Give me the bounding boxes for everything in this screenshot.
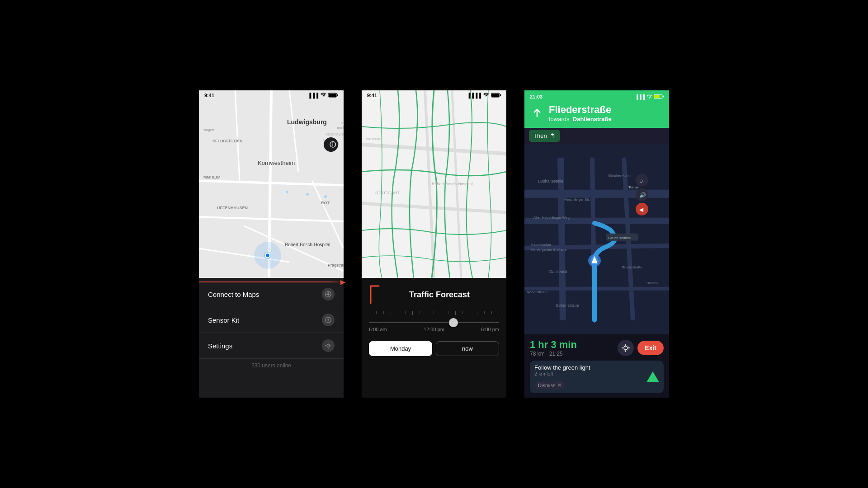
status-bar-2: 9:41 ▐▐▐▐ — [362, 90, 506, 100]
phone2-map[interactable]: 9:41 ▐▐▐▐ — [362, 90, 506, 278]
svg-text:ROT: ROT — [470, 121, 478, 125]
svg-text:◀: ◀ — [639, 206, 644, 213]
svg-text:Birkenstraße: Birkenstraße — [556, 303, 579, 308]
exit-button[interactable]: Exit — [637, 341, 664, 355]
svg-text:Günther Kuhn: Günther Kuhn — [608, 174, 631, 178]
sensor-icon — [322, 314, 335, 326]
svg-text:Robert-Bosch-Hospital: Robert-Bosch-Hospital — [432, 182, 473, 186]
green-triangle-icon — [646, 371, 659, 382]
destination: Dahlienstraße — [573, 116, 612, 122]
svg-point-43 — [328, 348, 329, 349]
svg-text:Ton an: Ton an — [628, 185, 639, 189]
nav-map[interactable]: Bushaltestelle Heuchlinger Str. Günther … — [524, 144, 669, 334]
red-corner-icon — [369, 285, 380, 304]
svg-rect-60 — [663, 95, 664, 97]
nav-bottom: 1 hr 3 min 78 km · 21:25 — [524, 334, 669, 398]
towards-text: towards Dahlienstraße — [549, 116, 664, 122]
nav-duration: 1 hr 3 min — [530, 339, 577, 351]
wifi-icon — [320, 93, 326, 98]
svg-text:Gleich schnell: Gleich schnell — [608, 236, 631, 240]
svg-point-42 — [328, 343, 329, 343]
settings-label: Settings — [208, 342, 232, 350]
status-icons-3: ▐▐▐ — [635, 94, 664, 100]
signal-icon: ▐▐▐ — [308, 93, 318, 98]
svg-text:Robert-Bosch-Hospital: Robert-Bosch-Hospital — [285, 242, 330, 247]
svg-point-13 — [324, 195, 327, 198]
phone3: 21:03 ▐▐▐ Fliederstraße tow — [524, 90, 669, 398]
settings-icon — [322, 339, 335, 352]
now-button[interactable]: now — [436, 341, 499, 356]
towards-label: towards — [549, 116, 570, 122]
svg-text:MMHEIM: MMHEIM — [203, 175, 221, 179]
svg-text:🔊: 🔊 — [639, 192, 646, 198]
nav-action-buttons: Exit — [618, 340, 664, 356]
street-name: Fliederstraße — [549, 104, 664, 116]
svg-text:ⓘ: ⓘ — [330, 141, 336, 148]
map2-svg: STUTTGART Robert-Bosch-Hospital ROT muse… — [362, 90, 506, 278]
dismiss-label: Dismiss — [538, 383, 556, 388]
time-label-3: 6:00 pm — [481, 327, 499, 332]
slider-container[interactable]: 6:00 am 12:00 pm 6:00 pm — [369, 311, 499, 332]
battery-icon-3 — [654, 94, 664, 100]
phone1: 9:41 ▐▐▐ — [199, 90, 344, 398]
svg-text:Alter Heuchlinger Weg: Alter Heuchlinger Weg — [533, 216, 570, 220]
svg-text:NECKARWE...: NECKARWE... — [326, 133, 344, 136]
turn-icon: ↰ — [550, 131, 556, 140]
svg-text:am Neckar: am Neckar — [337, 126, 344, 130]
nav-header: Fliederstraße towards Dahlienstraße — [524, 100, 669, 128]
phone1-wrapper: 9:41 ▐▐▐ — [199, 90, 344, 398]
nav-distance: 78 km — [530, 351, 545, 357]
monday-button[interactable]: Monday — [369, 341, 432, 356]
connect-to-maps-label: Connect to Maps — [208, 291, 259, 298]
svg-text:Heuchlinger Str.: Heuchlinger Str. — [564, 197, 590, 202]
svg-text:⌕: ⌕ — [639, 177, 643, 184]
follow-text-area: Follow the green light 2 km left Dismiss… — [534, 364, 590, 389]
time-label-2: 12:00 pm — [424, 327, 444, 332]
nav-arrival: 21:25 — [549, 351, 563, 357]
status-icons-1: ▐▐▐ — [308, 93, 338, 99]
status-icons-2: ▐▐▐▐ — [467, 93, 501, 99]
nav-time-info: 1 hr 3 min 78 km · 21:25 — [530, 339, 577, 357]
follow-green-panel: Follow the green light 2 km left Dismiss… — [530, 361, 664, 393]
sensor-kit-item[interactable]: Sensor Kit — [199, 307, 344, 333]
svg-text:Dahlienstr.: Dahlienstr. — [549, 269, 569, 274]
svg-text:Katholischer: Katholischer — [531, 243, 551, 247]
phone2-wrapper: 9:41 ▐▐▐▐ — [362, 90, 506, 398]
phone2: 9:41 ▐▐▐▐ — [362, 90, 506, 398]
dismiss-button[interactable]: Dismiss ✕ — [534, 381, 565, 389]
signal-icon-2: ▐▐▐▐ — [467, 93, 481, 98]
users-online: 230 users online — [199, 359, 344, 371]
phone1-map[interactable]: 9:41 ▐▐▐ — [199, 90, 344, 278]
svg-rect-47 — [491, 94, 499, 97]
svg-text:singen: singen — [203, 128, 214, 132]
phone2-bottom: Traffic Forecast — [362, 278, 506, 398]
time-2: 9:41 — [367, 93, 377, 98]
connect-to-maps-item[interactable]: Connect to Maps — [199, 282, 344, 307]
wifi-icon-2 — [483, 93, 489, 98]
recenter-button[interactable] — [618, 340, 634, 356]
svg-point-41 — [327, 344, 330, 347]
svg-point-12 — [286, 191, 288, 193]
svg-text:Kornwestheim: Kornwestheim — [258, 160, 295, 166]
svg-point-39 — [327, 319, 329, 321]
svg-text:Bölbing...: Bölbing... — [646, 281, 661, 285]
svg-point-37 — [327, 293, 329, 295]
time-label-1: 6:00 am — [369, 327, 387, 332]
slider-thumb[interactable] — [449, 318, 458, 327]
then-label: Then — [533, 132, 547, 139]
svg-rect-2 — [337, 94, 338, 96]
time-3: 21:03 — [530, 94, 542, 99]
svg-point-44 — [325, 345, 326, 346]
svg-rect-1 — [329, 94, 336, 97]
battery-icon-2 — [491, 93, 501, 99]
svg-text:Ludwigsburg: Ludwigsburg — [287, 118, 327, 126]
map1-svg: Ludwigsburg Kornwestheim PFLUGFELDEN MMH… — [199, 90, 344, 278]
follow-text: Follow the green light — [534, 364, 590, 371]
svg-text:museum: museum — [366, 137, 380, 141]
svg-text:Freiburg: Freiburg — [341, 121, 344, 125]
settings-item[interactable]: Settings — [199, 333, 344, 359]
slider-labels: 6:00 am 12:00 pm 6:00 pm — [369, 327, 499, 332]
traffic-header: Traffic Forecast — [369, 285, 499, 304]
status-bar-1: 9:41 ▐▐▐ — [199, 90, 344, 100]
slider-track[interactable] — [369, 322, 499, 323]
